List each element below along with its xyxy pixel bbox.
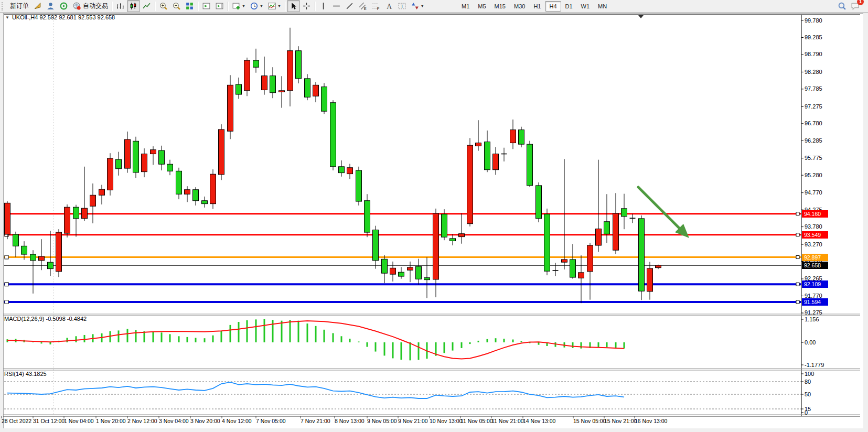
toolbar: 新订单 自动交易 ▼▼▼ EFAT▼ M1M5M15M30H1H4D1W1MN … [0,0,868,13]
indicators-icon [267,2,276,10]
dropdown-caret-icon[interactable]: ▼ [277,4,281,8]
search-icon [838,2,846,10]
crosshair-button[interactable] [300,0,313,12]
clock-icon [250,2,259,10]
clock-button[interactable]: ▼ [248,0,265,12]
timeframe-w1-button[interactable]: W1 [577,1,594,12]
chart-autoscroll-button[interactable] [213,0,226,12]
notification-badge[interactable]: 1 [857,0,864,5]
toolbar-grip[interactable] [2,2,5,10]
search-button[interactable] [835,0,849,12]
candles-icon [129,2,138,10]
macd-indicator-label: MACD(12,26,9) -0.5098 -0.4842 [4,316,87,322]
dropdown-caret-icon[interactable]: ▼ [242,4,245,8]
new-order-button[interactable]: 新订单 [6,0,31,12]
timeframe-m1-button[interactable]: M1 [457,1,474,12]
cursor-icon [289,2,298,10]
channel-icon: E [358,2,367,10]
chat-button[interactable]: 1 [849,0,862,12]
svg-text:F: F [377,6,379,10]
chart-shift-button[interactable] [200,0,213,12]
signals-button[interactable] [57,0,70,12]
timeframe-toolbar: M1M5M15M30H1H4D1W1MN [457,1,611,12]
horizontal-line-icon [332,2,341,10]
toolbar-right-icons: 1 [835,1,862,12]
candles-button[interactable] [127,0,140,12]
indicators-button[interactable]: ▼ [265,0,283,12]
svg-text:A: A [387,3,392,10]
window-frame-right [863,13,868,432]
text-label-button[interactable]: T [395,0,409,12]
new-chart-icon [232,2,241,10]
trendline-button[interactable] [343,0,356,12]
timeframe-h1-button[interactable]: H1 [529,1,545,12]
fibonacci-icon: F [371,2,380,10]
zoom-out-icon [172,2,181,10]
timeframe-d1-button[interactable]: D1 [561,1,577,12]
timeframe-m30-button[interactable]: M30 [510,1,529,12]
account-icon [46,2,55,10]
toolbar-separator [285,2,285,11]
chart-shift-icon [202,2,211,10]
dropdown-caret-icon[interactable]: ▼ [260,4,263,8]
tile-windows-icon [185,2,194,10]
toolbar-separator [112,2,112,11]
auto-trading-label: 自动交易 [83,2,108,10]
vertical-line-icon [319,2,328,10]
timeframe-mn-button[interactable]: MN [594,1,611,12]
shapes-button[interactable]: ▼ [409,0,426,12]
timeframe-m15-button[interactable]: M15 [490,1,510,12]
shapes-icon [411,2,420,10]
rsi-indicator-label: RSI(14) 43.1825 [4,371,47,377]
toolbar-separator [228,2,228,11]
line-chart-button[interactable] [140,0,153,12]
text-label-icon: T [398,2,406,10]
signals-icon [59,2,68,10]
auto-trading-icon [72,2,81,10]
one-click-trading-toggle-icon[interactable]: ▼ [5,15,9,20]
fibonacci-button[interactable]: F [369,0,382,12]
bar-chart-icon [116,2,125,10]
svg-text:T: T [401,3,404,9]
dropdown-caret-icon[interactable]: ▼ [421,4,424,8]
horizontal-line-button[interactable] [330,0,343,12]
gold-arrow-icon [33,2,42,10]
chart-canvas[interactable] [0,0,868,432]
trendline-icon [345,2,354,10]
bar-chart-button[interactable] [114,0,127,12]
toolbar-separator [315,2,315,11]
timeframe-m5-button[interactable]: M5 [474,1,490,12]
zoom-in-button[interactable] [157,0,170,12]
line-chart-icon [142,2,151,10]
vertical-line-button[interactable] [317,0,330,12]
crosshair-icon [302,2,311,10]
new-chart-button[interactable]: ▼ [230,0,248,12]
toolbar-separator [198,2,198,11]
channel-button[interactable]: E [356,0,369,12]
text-icon: A [384,2,393,10]
chart-autoscroll-icon [215,2,224,10]
cursor-button[interactable] [287,0,300,12]
chart-title-text: UKOil-,H4 92.592 92.681 92.553 92.658 [12,14,115,20]
window-frame-bottom [0,428,868,432]
auto-trading-button[interactable]: 自动交易 [70,0,110,12]
text-button[interactable]: A [382,0,395,12]
account-button[interactable] [44,0,57,12]
new-order-label: 新订单 [10,2,29,10]
zoom-in-icon [159,2,168,10]
zoom-out-button[interactable] [170,0,183,12]
toolbar-separator [155,2,155,11]
price-axis[interactable] [801,15,860,416]
gold-arrow-button[interactable] [31,0,44,12]
svg-text:E: E [363,6,366,10]
timeframe-h4-button[interactable]: H4 [545,1,561,12]
tile-windows-button[interactable] [183,0,196,12]
chart-title: ▼ UKOil-,H4 92.592 92.681 92.553 92.658 [5,14,115,20]
time-axis[interactable] [4,416,801,427]
